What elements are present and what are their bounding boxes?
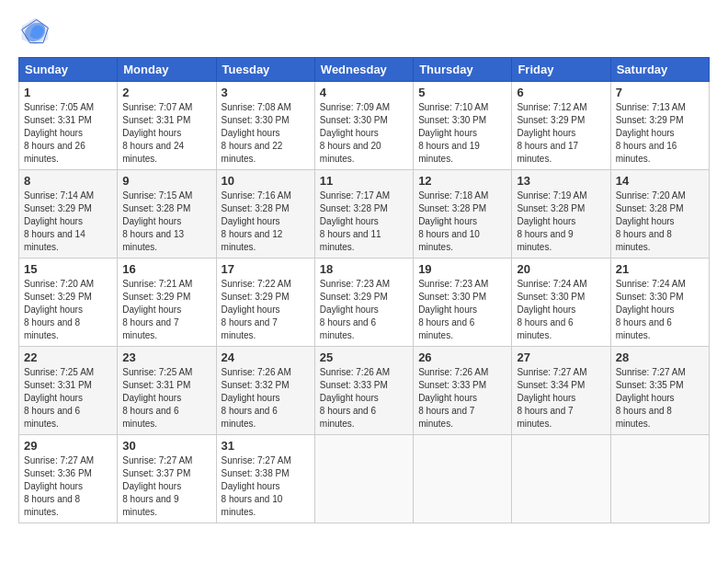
day-number: 10 <box>222 174 310 188</box>
day-info: Sunrise: 7:20 AM Sunset: 3:29 PM Dayligh… <box>24 279 94 340</box>
day-info: Sunrise: 7:26 AM Sunset: 3:33 PM Dayligh… <box>418 367 488 429</box>
calendar-cell: 31 Sunrise: 7:27 AM Sunset: 3:38 PM Dayl… <box>216 435 314 523</box>
day-number: 13 <box>517 174 605 188</box>
calendar-cell: 25 Sunrise: 7:26 AM Sunset: 3:33 PM Dayl… <box>314 347 413 435</box>
col-header-wednesday: Wednesday <box>314 58 413 82</box>
calendar-cell: 10 Sunrise: 7:16 AM Sunset: 3:28 PM Dayl… <box>216 170 314 259</box>
day-number: 17 <box>222 262 310 276</box>
day-number: 12 <box>418 174 506 188</box>
calendar-cell: 6 Sunrise: 7:12 AM Sunset: 3:29 PM Dayli… <box>512 82 610 170</box>
calendar-cell: 1 Sunrise: 7:05 AM Sunset: 3:31 PM Dayli… <box>19 82 118 170</box>
col-header-friday: Friday <box>512 58 610 82</box>
day-info: Sunrise: 7:15 AM Sunset: 3:28 PM Dayligh… <box>122 190 192 252</box>
calendar-cell: 17 Sunrise: 7:22 AM Sunset: 3:29 PM Dayl… <box>216 259 314 347</box>
day-number: 15 <box>24 262 112 276</box>
calendar-cell: 19 Sunrise: 7:23 AM Sunset: 3:30 PM Dayl… <box>414 259 512 347</box>
day-info: Sunrise: 7:27 AM Sunset: 3:37 PM Dayligh… <box>122 455 192 517</box>
calendar-cell: 21 Sunrise: 7:24 AM Sunset: 3:30 PM Dayl… <box>610 259 709 347</box>
calendar-cell: 7 Sunrise: 7:13 AM Sunset: 3:29 PM Dayli… <box>610 82 709 170</box>
day-number: 8 <box>24 174 112 188</box>
calendar-table: SundayMondayTuesdayWednesdayThursdayFrid… <box>18 57 710 523</box>
day-info: Sunrise: 7:21 AM Sunset: 3:29 PM Dayligh… <box>122 279 192 340</box>
calendar-cell: 30 Sunrise: 7:27 AM Sunset: 3:37 PM Dayl… <box>118 435 216 523</box>
calendar-cell: 3 Sunrise: 7:08 AM Sunset: 3:30 PM Dayli… <box>216 82 314 170</box>
day-number: 28 <box>616 350 704 364</box>
calendar-cell: 28 Sunrise: 7:27 AM Sunset: 3:35 PM Dayl… <box>610 347 709 435</box>
day-info: Sunrise: 7:17 AM Sunset: 3:28 PM Dayligh… <box>320 190 390 252</box>
calendar-cell <box>414 435 512 523</box>
day-number: 5 <box>418 86 506 99</box>
calendar-cell: 16 Sunrise: 7:21 AM Sunset: 3:29 PM Dayl… <box>118 259 216 347</box>
day-info: Sunrise: 7:24 AM Sunset: 3:30 PM Dayligh… <box>616 279 686 340</box>
calendar-cell: 14 Sunrise: 7:20 AM Sunset: 3:28 PM Dayl… <box>610 170 709 259</box>
day-info: Sunrise: 7:27 AM Sunset: 3:34 PM Dayligh… <box>517 367 586 429</box>
calendar-cell: 15 Sunrise: 7:20 AM Sunset: 3:29 PM Dayl… <box>19 259 118 347</box>
calendar-cell: 27 Sunrise: 7:27 AM Sunset: 3:34 PM Dayl… <box>512 347 610 435</box>
calendar-cell: 4 Sunrise: 7:09 AM Sunset: 3:30 PM Dayli… <box>314 82 413 170</box>
calendar-cell: 26 Sunrise: 7:26 AM Sunset: 3:33 PM Dayl… <box>414 347 512 435</box>
calendar-cell: 2 Sunrise: 7:07 AM Sunset: 3:31 PM Dayli… <box>118 82 216 170</box>
day-number: 22 <box>24 350 112 364</box>
calendar-cell: 13 Sunrise: 7:19 AM Sunset: 3:28 PM Dayl… <box>512 170 610 259</box>
calendar-cell: 8 Sunrise: 7:14 AM Sunset: 3:29 PM Dayli… <box>19 170 118 259</box>
day-info: Sunrise: 7:12 AM Sunset: 3:29 PM Dayligh… <box>517 102 586 164</box>
col-header-monday: Monday <box>118 58 216 82</box>
calendar-cell: 29 Sunrise: 7:27 AM Sunset: 3:36 PM Dayl… <box>19 435 118 523</box>
calendar-cell <box>512 435 610 523</box>
col-header-thursday: Thursday <box>414 58 512 82</box>
day-info: Sunrise: 7:20 AM Sunset: 3:28 PM Dayligh… <box>616 190 686 252</box>
header-row: SundayMondayTuesdayWednesdayThursdayFrid… <box>19 58 710 82</box>
day-number: 6 <box>517 86 605 99</box>
day-info: Sunrise: 7:25 AM Sunset: 3:31 PM Dayligh… <box>24 367 94 429</box>
day-info: Sunrise: 7:26 AM Sunset: 3:33 PM Dayligh… <box>320 367 390 429</box>
day-number: 23 <box>122 350 210 364</box>
day-info: Sunrise: 7:23 AM Sunset: 3:30 PM Dayligh… <box>418 279 488 340</box>
day-number: 25 <box>320 350 408 364</box>
day-info: Sunrise: 7:22 AM Sunset: 3:29 PM Dayligh… <box>222 279 291 340</box>
day-number: 20 <box>517 262 605 276</box>
logo-icon <box>18 15 51 48</box>
day-number: 1 <box>24 86 112 99</box>
calendar-cell: 5 Sunrise: 7:10 AM Sunset: 3:30 PM Dayli… <box>414 82 512 170</box>
day-info: Sunrise: 7:08 AM Sunset: 3:30 PM Dayligh… <box>222 102 291 164</box>
col-header-sunday: Sunday <box>19 58 118 82</box>
day-info: Sunrise: 7:27 AM Sunset: 3:35 PM Dayligh… <box>616 367 686 429</box>
day-number: 3 <box>222 86 310 99</box>
day-info: Sunrise: 7:14 AM Sunset: 3:29 PM Dayligh… <box>24 190 94 252</box>
calendar-cell <box>610 435 709 523</box>
calendar-cell: 18 Sunrise: 7:23 AM Sunset: 3:29 PM Dayl… <box>314 259 413 347</box>
page: SundayMondayTuesdayWednesdayThursdayFrid… <box>0 0 728 534</box>
day-info: Sunrise: 7:09 AM Sunset: 3:30 PM Dayligh… <box>320 102 390 164</box>
day-number: 27 <box>517 350 605 364</box>
col-header-tuesday: Tuesday <box>216 58 314 82</box>
col-header-saturday: Saturday <box>610 58 709 82</box>
day-number: 14 <box>616 174 704 188</box>
day-info: Sunrise: 7:10 AM Sunset: 3:30 PM Dayligh… <box>418 102 488 164</box>
day-number: 9 <box>122 174 210 188</box>
day-info: Sunrise: 7:07 AM Sunset: 3:31 PM Dayligh… <box>122 102 192 164</box>
calendar-cell: 22 Sunrise: 7:25 AM Sunset: 3:31 PM Dayl… <box>19 347 118 435</box>
day-info: Sunrise: 7:13 AM Sunset: 3:29 PM Dayligh… <box>616 102 686 164</box>
calendar-cell: 9 Sunrise: 7:15 AM Sunset: 3:28 PM Dayli… <box>118 170 216 259</box>
day-number: 19 <box>418 262 506 276</box>
day-info: Sunrise: 7:24 AM Sunset: 3:30 PM Dayligh… <box>517 279 586 340</box>
day-number: 31 <box>222 439 310 453</box>
day-info: Sunrise: 7:05 AM Sunset: 3:31 PM Dayligh… <box>24 102 94 164</box>
day-number: 11 <box>320 174 408 188</box>
day-number: 24 <box>222 350 310 364</box>
day-number: 4 <box>320 86 408 99</box>
day-number: 18 <box>320 262 408 276</box>
day-number: 2 <box>122 86 210 99</box>
day-number: 21 <box>616 262 704 276</box>
day-number: 16 <box>122 262 210 276</box>
day-info: Sunrise: 7:27 AM Sunset: 3:38 PM Dayligh… <box>222 455 291 517</box>
day-info: Sunrise: 7:23 AM Sunset: 3:29 PM Dayligh… <box>320 279 390 340</box>
logo <box>18 15 55 48</box>
day-info: Sunrise: 7:19 AM Sunset: 3:28 PM Dayligh… <box>517 190 586 252</box>
calendar-cell: 20 Sunrise: 7:24 AM Sunset: 3:30 PM Dayl… <box>512 259 610 347</box>
calendar-cell: 11 Sunrise: 7:17 AM Sunset: 3:28 PM Dayl… <box>314 170 413 259</box>
day-number: 29 <box>24 439 112 453</box>
calendar-cell: 23 Sunrise: 7:25 AM Sunset: 3:31 PM Dayl… <box>118 347 216 435</box>
day-info: Sunrise: 7:26 AM Sunset: 3:32 PM Dayligh… <box>222 367 291 429</box>
calendar-cell <box>314 435 413 523</box>
